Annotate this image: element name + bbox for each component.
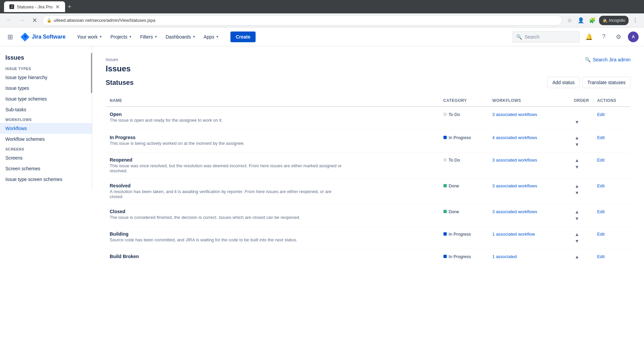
main-content: Issues Issues 🔍 Search Jira admin Status… [92,46,644,362]
th-workflows: Workflows [488,95,561,107]
nav-projects[interactable]: Projects ▼ [107,32,135,42]
cell-actions: Edit [593,178,631,204]
cell-name: In Progress This issue is being actively… [106,130,439,153]
sidebar-scrollbar-thumb[interactable] [91,53,92,93]
order-up-button[interactable]: ▲ [574,254,580,260]
favicon-icon: J [9,4,14,9]
sidebar-item-screen-schemes[interactable]: Screen schemes [0,163,92,174]
translate-statuses-button[interactable]: Translate statuses [582,77,631,88]
incognito-badge: 🕵 Incognito [599,16,629,25]
create-button[interactable]: Create [230,32,256,42]
search-bar[interactable]: 🔍 Search [513,31,580,43]
logo-area[interactable]: Jira Software [20,33,65,41]
new-tab-button[interactable]: + [68,3,71,10]
order-up-button[interactable]: ▲ [574,135,580,141]
profile-button[interactable]: 👤 [576,16,586,25]
category-badge: To Do [443,158,460,163]
table-row: Open The issue is open and ready for the… [106,107,631,130]
edit-link[interactable]: Edit [597,135,604,140]
category-label: In Progress [449,254,471,259]
workflows-link[interactable]: 3 associated workflows [492,183,537,188]
cell-workflows: 3 associated workflows [488,178,561,204]
nav-apps[interactable]: Apps ▼ [200,32,222,42]
cell-order: ▲ ▼ [561,130,593,153]
sidebar-item-sub-tasks[interactable]: Sub-tasks [0,104,92,115]
apps-label: Apps [204,34,214,40]
back-button[interactable]: ← [4,15,14,25]
sidebar-item-issue-type-screen-schemes[interactable]: Issue type screen schemes [0,174,92,185]
menu-button[interactable]: ⋮ [631,16,640,25]
nav-your-work[interactable]: Your work ▼ [73,32,106,42]
url-display: uifeed.atlassian.net/secure/admin/ViewSt… [54,18,155,23]
reload-button[interactable]: ✕ [30,15,40,25]
order-down-button[interactable]: ▼ [574,216,580,222]
edit-link[interactable]: Edit [597,183,604,188]
status-name: Closed [110,209,435,214]
your-work-label: Your work [77,34,98,40]
category-label: Done [449,183,459,188]
settings-button[interactable]: ⚙ [613,32,624,42]
sidebar-item-issue-type-schemes[interactable]: Issue type schemes [0,94,92,104]
th-actions: Actions [593,95,631,107]
sidebar-item-issue-type-hierarchy[interactable]: Issue type hierarchy [0,72,92,83]
category-dot [443,184,447,187]
browser-tab[interactable]: J Statuses - Jira Pro ✕ [4,1,65,12]
sidebar-section-issue-types-label: ISSUE TYPES [0,64,92,72]
sidebar-top-heading[interactable]: Issues [0,52,92,64]
top-nav: ⊞ Jira Software Your work ▼ Projects [0,27,644,46]
help-button[interactable]: ? [598,32,609,42]
edit-link[interactable]: Edit [597,254,604,259]
order-down-button[interactable]: ▼ [574,164,580,170]
category-badge: Done [443,183,459,188]
category-label: Done [449,209,459,214]
workflows-link[interactable]: 4 associated workflows [492,135,537,140]
sidebar-item-workflows[interactable]: Workflows [0,123,92,134]
add-status-button[interactable]: Add status [547,77,580,88]
workflows-link[interactable]: 1 associated [492,254,517,259]
page-title: Issues Issues [106,57,131,74]
sidebar-item-workflow-schemes[interactable]: Workflow schemes [0,134,92,144]
cell-actions: Edit [593,107,631,130]
search-admin-link[interactable]: 🔍 Search Jira admin [585,57,631,62]
order-up-button[interactable]: ▲ [574,209,580,215]
cell-category: In Progress [439,227,488,249]
address-bar[interactable]: 🔒 uifeed.atlassian.net/secure/admin/View… [42,15,562,25]
workflows-link[interactable]: 3 associated workflows [492,209,537,214]
grid-icon[interactable]: ⊞ [5,31,15,43]
edit-link[interactable]: Edit [597,158,604,163]
tab-close-button[interactable]: ✕ [55,4,60,10]
bookmark-button[interactable]: ☆ [565,16,574,25]
order-down-button[interactable]: ▼ [574,141,580,147]
th-name: Name [106,95,439,107]
workflows-link[interactable]: 3 associated workflows [492,112,537,117]
workflows-link[interactable]: 3 associated workflows [492,158,537,163]
avatar[interactable]: A [628,32,639,42]
cell-name: Reopened This issue was once resolved, b… [106,153,439,178]
extensions-button[interactable]: 🧩 [588,16,597,25]
sidebar-item-issue-types[interactable]: Issue types [0,83,92,94]
edit-link[interactable]: Edit [597,209,604,214]
order-down-button[interactable]: ▼ [574,238,580,244]
order-down-button[interactable]: ▼ [574,119,580,125]
status-name: Resolved [110,183,435,188]
nav-dashboards[interactable]: Dashboards ▼ [162,32,199,42]
order-up-button[interactable]: ▲ [574,231,580,237]
sidebar-item-screens[interactable]: Screens [0,153,92,163]
filters-chevron: ▼ [154,35,158,39]
notifications-button[interactable]: 🔔 [584,32,594,42]
browser-toolbar: ← → ✕ 🔒 uifeed.atlassian.net/secure/admi… [0,13,644,27]
order-down-button[interactable]: ▼ [574,190,580,196]
edit-link[interactable]: Edit [597,112,604,117]
order-actions: ▲ ▼ [565,231,589,244]
forward-button[interactable]: → [17,15,27,25]
cell-workflows: 1 associated workflow [488,227,561,249]
nav-filters[interactable]: Filters ▼ [137,32,161,42]
order-actions: ▲ ▼ [565,135,589,147]
order-up-button[interactable]: ▲ [574,157,580,163]
order-actions: ▲ [565,254,589,267]
edit-link[interactable]: Edit [597,232,604,237]
order-up-button[interactable]: ▲ [574,183,580,189]
cell-order: ▲ ▼ [561,227,593,249]
workflows-link[interactable]: 1 associated workflow [492,232,535,237]
app-layout: ⊞ Jira Software Your work ▼ Projects [0,27,644,362]
